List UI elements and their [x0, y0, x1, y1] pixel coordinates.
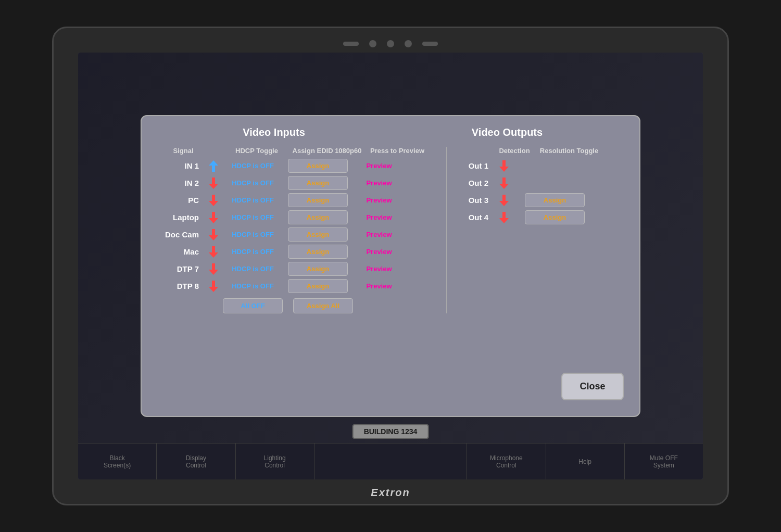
outputs-col-headers: Detection Resolution Toggle — [457, 147, 624, 155]
input-label-doccam: Doc Cam — [162, 230, 204, 239]
inputs-bottom-btns: All OFF Assign All — [157, 298, 436, 313]
input-label-in2: IN 2 — [162, 179, 204, 187]
output-row-out2: Out 2 Assign — [457, 176, 624, 190]
svg-marker-11 — [499, 212, 509, 223]
input-label-dtp7: DTP 7 — [162, 264, 204, 273]
hdcp-toggle-pc[interactable]: HDCP is OFF — [223, 194, 283, 207]
signal-icon-dtp8 — [204, 280, 223, 293]
preview-doccam[interactable]: Preview — [353, 228, 405, 241]
output-signal-out1 — [494, 159, 514, 173]
assign-edid-in1[interactable]: Assign — [288, 159, 348, 173]
svg-marker-0 — [209, 160, 218, 172]
preview-pc[interactable]: Preview — [353, 194, 405, 207]
input-row-in2: IN 2 HDCP is OFF Assign Preview — [157, 176, 436, 190]
signal-icon-laptop — [204, 211, 223, 224]
preview-in1[interactable]: Preview — [353, 159, 405, 172]
svg-marker-10 — [499, 195, 509, 206]
assign-edid-doccam[interactable]: Assign — [288, 227, 348, 242]
svg-marker-3 — [209, 212, 218, 223]
svg-marker-2 — [209, 195, 218, 206]
svg-marker-1 — [209, 178, 218, 189]
output-signal-out4 — [494, 211, 514, 224]
output-label-out4: Out 4 — [457, 213, 494, 222]
input-row-pc: PC HDCP is OFF Assign Preview — [157, 193, 436, 207]
signal-icon-dtp7 — [204, 262, 223, 276]
output-label-out3: Out 3 — [457, 196, 494, 205]
input-label-mac: Mac — [162, 247, 204, 256]
bezel-indicator-4 — [405, 40, 412, 47]
preview-in2[interactable]: Preview — [353, 176, 405, 189]
out-col-detection-header: Detection — [494, 147, 535, 155]
assign-edid-pc[interactable]: Assign — [288, 193, 348, 207]
modal-header: Video Inputs Video Outputs — [157, 126, 624, 138]
input-label-pc: PC — [162, 196, 204, 205]
input-row-dtp8: DTP 8 HDCP is OFF Assign Preview — [157, 279, 436, 293]
signal-icon-mac — [204, 245, 223, 259]
modal-overlay: Video Inputs Video Outputs Signal HDCP T… — [78, 53, 703, 479]
svg-marker-4 — [209, 229, 218, 240]
output-label-out1: Out 1 — [457, 161, 494, 170]
output-label-out2: Out 2 — [457, 179, 494, 187]
signal-icon-in1 — [204, 159, 223, 173]
output-signal-out3 — [494, 194, 514, 207]
preview-laptop[interactable]: Preview — [353, 211, 405, 224]
input-row-doccam: Doc Cam HDCP is OFF Assign Preview — [157, 227, 436, 242]
inputs-col-headers: Signal HDCP Toggle Assign EDID 1080p60 P… — [157, 147, 436, 155]
hdcp-toggle-dtp8[interactable]: HDCP is OFF — [223, 280, 283, 293]
assign-edid-laptop[interactable]: Assign — [288, 210, 348, 224]
input-label-laptop: Laptop — [162, 213, 204, 222]
preview-dtp7[interactable]: Preview — [353, 262, 405, 275]
assign-all-button[interactable]: Assign All — [293, 298, 353, 313]
bezel-indicator-5 — [422, 42, 438, 46]
hdcp-toggle-dtp7[interactable]: HDCP is OFF — [223, 262, 283, 275]
input-row-dtp7: DTP 7 HDCP is OFF Assign Preview — [157, 262, 436, 276]
hdcp-toggle-in1[interactable]: HDCP is OFF — [223, 159, 283, 172]
close-button[interactable]: Close — [561, 373, 624, 400]
output-assign-out4[interactable]: Assign — [525, 210, 585, 224]
input-row-mac: Mac HDCP is OFF Assign Preview — [157, 245, 436, 259]
assign-edid-dtp8[interactable]: Assign — [288, 279, 348, 293]
output-row-out4: Out 4 Assign — [457, 210, 624, 224]
outputs-section: Detection Resolution Toggle Out 1 A — [447, 147, 624, 313]
inputs-section: Signal HDCP Toggle Assign EDID 1080p60 P… — [157, 147, 447, 313]
output-row-out1: Out 1 Assign — [457, 159, 624, 173]
bezel-indicator-2 — [369, 40, 376, 47]
hdcp-toggle-laptop[interactable]: HDCP is OFF — [223, 211, 283, 224]
signal-icon-in2 — [204, 176, 223, 190]
bezel-indicator-3 — [387, 40, 394, 47]
hdcp-toggle-doccam[interactable]: HDCP is OFF — [223, 228, 283, 241]
svg-marker-8 — [499, 160, 509, 172]
modal-body: Signal HDCP Toggle Assign EDID 1080p60 P… — [157, 147, 624, 313]
svg-marker-7 — [209, 281, 218, 292]
input-label-in1: IN 1 — [162, 161, 204, 170]
out-col-resolution-header: Resolution Toggle — [535, 147, 603, 155]
preview-dtp8[interactable]: Preview — [353, 280, 405, 293]
col-assign-header: Assign EDID 1080p60 — [291, 147, 363, 155]
input-label-dtp8: DTP 8 — [162, 282, 204, 290]
col-preview-header: Press to Preview — [363, 147, 431, 155]
assign-edid-in2[interactable]: Assign — [288, 176, 348, 190]
col-signal-header: Signal — [162, 147, 204, 155]
all-off-button[interactable]: All OFF — [223, 298, 283, 313]
assign-edid-mac[interactable]: Assign — [288, 245, 348, 259]
hdcp-toggle-in2[interactable]: HDCP is OFF — [223, 176, 283, 189]
signal-icon-pc — [204, 194, 223, 207]
svg-marker-6 — [209, 263, 218, 275]
inputs-title: Video Inputs — [157, 126, 391, 138]
preview-mac[interactable]: Preview — [353, 245, 405, 258]
signal-icon-doccam — [204, 228, 223, 242]
assign-edid-dtp7[interactable]: Assign — [288, 262, 348, 276]
device-bezel: BlackScreen(s) DisplayControl LightingCo… — [52, 27, 729, 505]
screen: BlackScreen(s) DisplayControl LightingCo… — [78, 53, 703, 479]
outputs-title: Video Outputs — [391, 126, 624, 138]
hdcp-toggle-mac[interactable]: HDCP is OFF — [223, 245, 283, 258]
col-hdcp-header: HDCP Toggle — [223, 147, 291, 155]
output-signal-out2 — [494, 176, 514, 190]
svg-marker-9 — [499, 178, 509, 189]
input-row-laptop: Laptop HDCP is OFF Assign Preview — [157, 210, 436, 224]
input-row-in1: IN 1 HDCP is OFF Assign Preview — [157, 159, 436, 173]
output-assign-out3[interactable]: Assign — [525, 193, 585, 207]
bezel-indicator-1 — [343, 42, 359, 46]
output-row-out3: Out 3 Assign — [457, 193, 624, 207]
modal-dialog: Video Inputs Video Outputs Signal HDCP T… — [141, 115, 640, 417]
